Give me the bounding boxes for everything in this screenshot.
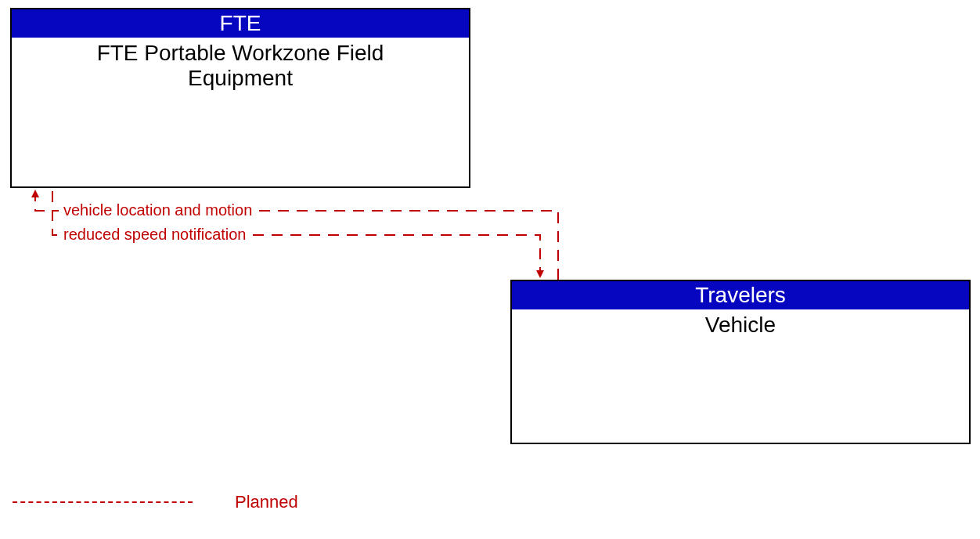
node-fte-body-line2: Equipment [188,66,293,90]
node-fte-body-line1: FTE Portable Workzone Field [97,41,384,65]
legend-planned-label: Planned [235,492,298,512]
node-vehicle-body: Vehicle [512,309,969,341]
node-fte-header: FTE [12,9,469,38]
flow-label-vehicle-location: vehicle location and motion [59,201,257,219]
node-vehicle: Travelers Vehicle [510,280,971,444]
legend-planned-line [13,501,193,503]
node-fte: FTE FTE Portable Workzone Field Equipmen… [10,8,470,188]
flow-label-reduced-speed: reduced speed notification [59,226,251,244]
node-vehicle-header: Travelers [512,281,969,309]
node-fte-body: FTE Portable Workzone Field Equipment [12,38,469,94]
